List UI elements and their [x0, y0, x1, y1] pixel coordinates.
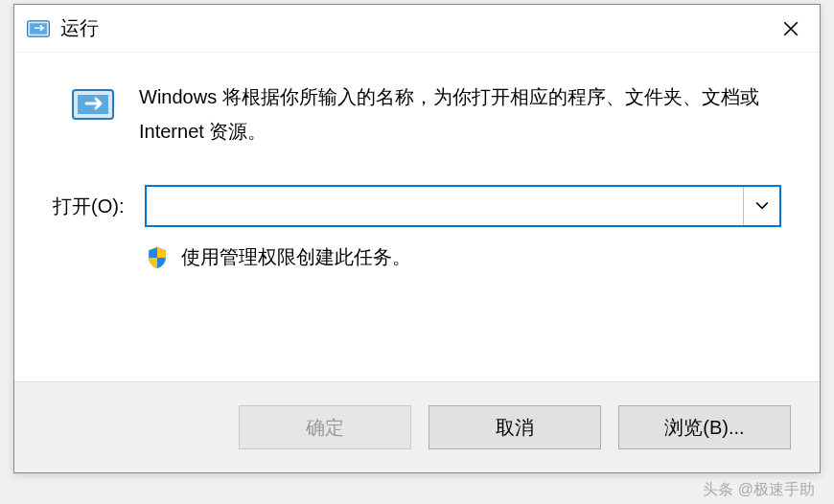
run-dialog: 运行 Windows 将根据你所输入的名称，为你打开相应的程序、文件夹、文档或 … — [13, 4, 821, 473]
cancel-button[interactable]: 取消 — [429, 405, 601, 449]
run-large-icon — [70, 81, 116, 127]
open-label: 打开(O): — [53, 194, 133, 219]
admin-privilege-row: 使用管理权限创建此任务。 — [53, 244, 781, 270]
description-text: Windows 将根据你所输入的名称，为你打开相应的程序、文件夹、文档或 Int… — [139, 80, 781, 149]
chevron-down-icon — [755, 201, 769, 211]
close-button[interactable] — [762, 5, 820, 53]
admin-privilege-text: 使用管理权限创建此任务。 — [181, 244, 411, 270]
watermark-text: 头条 @极速手助 — [703, 480, 815, 500]
shield-icon — [145, 245, 170, 270]
ok-button[interactable]: 确定 — [239, 405, 411, 449]
browse-button[interactable]: 浏览(B)... — [618, 405, 791, 449]
open-input-row: 打开(O): — [53, 185, 781, 227]
open-combobox[interactable] — [145, 185, 781, 227]
open-input[interactable] — [147, 187, 743, 225]
button-bar: 确定 取消 浏览(B)... — [14, 381, 820, 472]
watermark: 头条 @极速手助 — [703, 480, 815, 500]
dropdown-button[interactable] — [743, 187, 779, 225]
description-row: Windows 将根据你所输入的名称，为你打开相应的程序、文件夹、文档或 Int… — [53, 80, 781, 149]
run-icon — [26, 16, 51, 41]
window-title: 运行 — [60, 15, 762, 41]
titlebar: 运行 — [14, 5, 820, 53]
dialog-body: Windows 将根据你所输入的名称，为你打开相应的程序、文件夹、文档或 Int… — [14, 53, 820, 381]
